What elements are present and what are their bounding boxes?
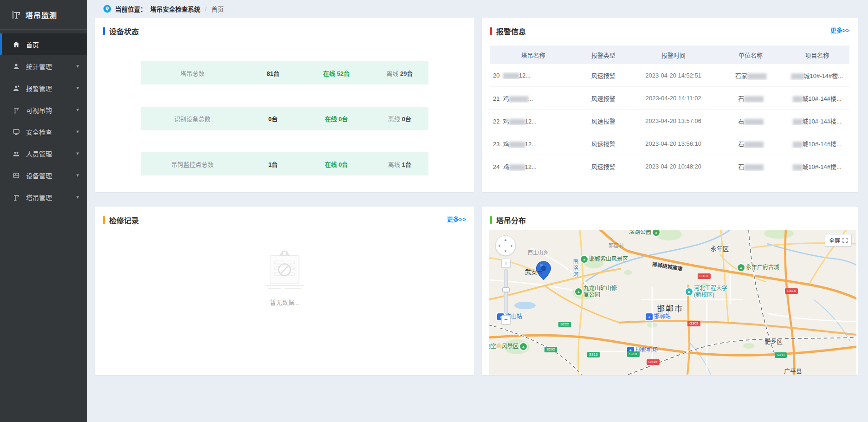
alarm-table: 塔吊名称 报警类型 报警时间 单位名称 项目名称 20 █████12... 风… [490,45,849,178]
alarm-table-row[interactable]: 23 鸡█████12... 风速报警 2023-04-20 13:56:10 … [490,132,849,155]
map-pan-control[interactable]: ▴ ▾ ◂ ▸ [495,235,516,256]
map-label-district: 广平县 [784,366,802,375]
zoom-slider-handle[interactable] [502,287,510,292]
stat-online: 在线 0台 [302,160,371,169]
sidebar-item-home[interactable]: 首页 [0,33,87,55]
breadcrumb-prefix: 当前位置： [115,4,147,13]
zoom-out-button[interactable]: − [501,315,511,325]
pan-up-icon[interactable]: ▴ [505,238,507,242]
stat-offline: 离线 0台 [371,114,428,123]
statistics-icon [13,63,20,70]
stat-online: 在线 0台 [302,114,371,123]
zoom-in-button[interactable]: + [501,259,511,268]
heritage-poi-icon: ▲ [738,264,745,271]
device-status-panel: 设备状态 塔吊总数 81台 在线 52台 离线 29台 识别设备总数 0台 在线… [95,18,474,192]
map-canvas[interactable]: 西土山乡 郭窑村 永年区 邯郸市 肥乡区 广平县 武安市 邯郸绕城高速 南洺河 … [489,230,856,375]
crane-logo-icon [12,10,21,19]
sidebar-item-label: 报警管理 [26,84,52,93]
maintenance-title: 检修记录 [109,214,139,226]
train-station-icon: ● [646,313,653,320]
crane-distribution-panel: 塔吊分布 [482,207,858,375]
stat-offline: 离线 29台 [371,69,428,78]
sidebar-item-safety-check[interactable]: 安全检查 ▾ [0,121,87,143]
pan-left-icon[interactable]: ◂ [498,244,500,248]
no-data-icon [261,249,308,291]
col-unit-name: 单位名称 [717,51,785,59]
chevron-down-icon: ▾ [76,129,79,135]
sidebar-item-visual-hook[interactable]: 可视吊钩 ▾ [0,99,87,121]
map-label-river: 南洺河 [571,259,579,278]
chevron-down-icon: ▾ [76,85,79,91]
home-icon [13,41,20,48]
alarm-more-link[interactable]: 更多>> [830,26,849,34]
fullscreen-button[interactable]: 全屏 [825,234,852,247]
col-crane-name: 塔吊名称 [490,51,577,59]
sidebar-item-label: 统计管理 [26,62,52,71]
alarm-table-row[interactable]: 21 鸡██████... 风速报警 2023-04-20 14:11:02 石… [490,87,849,110]
map-label-district: 永年区 [711,244,729,253]
device-status-rows: 塔吊总数 81台 在线 52台 离线 29台 识别设备总数 0台 在线 0台 离… [95,41,474,175]
empty-state: 暂无数据... [95,249,474,306]
university-poi-icon: ◆ [686,288,693,295]
pan-right-icon[interactable]: ▸ [511,244,513,248]
sidebar-item-label: 首页 [26,40,39,49]
map-label-city: 邯郸市 [657,302,683,314]
breadcrumb-separator: / [205,6,207,13]
people-group-icon [13,150,20,157]
fullscreen-icon [842,238,848,243]
scenic-poi-icon: ▲ [520,343,527,350]
alarm-info-title: 报警信息 [496,26,526,37]
sidebar-item-statistics[interactable]: 统计管理 ▾ [0,55,87,77]
sidebar-item-label: 安全检查 [26,127,52,136]
map-poi-park: ▲九龙山矿山修复公园 [575,286,618,299]
scenic-poi-icon: ▲ [581,256,588,263]
fullscreen-label: 全屏 [829,236,840,244]
sidebar-item-label: 设备管理 [26,171,52,180]
road-shield: G515 [647,359,660,365]
map-zoom-control: + − [501,259,511,325]
map-poi-park: 洺湖公园▲ [629,230,660,236]
stat-online: 在线 52台 [302,69,371,78]
stat-label: 吊钩监控点总数 [141,160,244,169]
zoom-slider-track[interactable] [504,269,508,314]
device-status-header: 设备状态 [95,18,474,41]
stat-row-hook-monitors: 吊钩监控点总数 1台 在线 0台 离线 1台 [141,152,428,175]
chevron-down-icon: ▾ [76,63,79,69]
sidebar-item-personnel[interactable]: 人员管理 ▾ [0,143,87,164]
dashboard-grid: 设备状态 塔吊总数 81台 在线 52台 离线 29台 识别设备总数 0台 在线… [95,18,858,375]
col-project-name: 项目名称 [785,51,849,59]
crane-hook-icon [13,106,20,114]
map-poi-scenic: 响堂山风景区▲ [489,343,527,350]
title-bar-blue [103,27,105,35]
sidebar-item-device-management[interactable]: 设备管理 ▾ [0,164,87,186]
sidebar-item-label: 塔吊管理 [26,193,52,202]
stat-total: 0台 [244,114,302,123]
stat-offline: 离线 1台 [371,160,428,169]
breadcrumb: 当前位置：塔吊安全检查系统 / 首页 [87,0,868,18]
road-shield: G107 [698,273,711,279]
location-pin-icon [103,5,111,13]
title-bar-green [490,216,492,224]
road-shield: S311 [775,352,787,358]
map-label-city: 武安市 [525,267,543,276]
alarm-table-row[interactable]: 22 鸡█████12... 风速报警 2023-04-20 13:57:06 … [490,110,849,132]
map-label-town: 西土山乡 [528,248,548,256]
road-shield: G309 [687,321,700,326]
pan-down-icon[interactable]: ▾ [505,249,507,253]
sidebar-item-label: 可视吊钩 [26,105,52,115]
crane-distribution-header: 塔吊分布 [482,207,858,230]
sidebar-item-crane-management[interactable]: 塔吊管理 ▾ [0,186,87,208]
chevron-down-icon: ▾ [76,194,79,200]
road-shield: S222 [558,322,571,327]
park-poi-icon: ▲ [653,230,660,236]
map-poi-station: ●邯郸站 [646,313,671,320]
alarm-table-row[interactable]: 24 鸡█████12... 风速报警 2023-04-20 10:48:20 … [490,155,849,178]
sidebar-item-alarm-management[interactable]: 报警管理 ▾ [0,77,87,99]
map-poi-scenic: ▲邯郸紫山风景区 [581,256,628,263]
stat-row-cranes: 塔吊总数 81台 在线 52台 离线 29台 [141,61,428,84]
road-shield: S313 [587,352,600,357]
sidebar: 塔吊监测 首页 统计管理 ▾ 报警管理 ▾ 可视吊钩 ▾ [0,0,87,422]
maintenance-more-link[interactable]: 更多>> [447,214,466,223]
map-label-town: 郭窑村 [609,241,624,249]
alarm-table-row[interactable]: 20 █████12... 风速报警 2023-04-20 14:52:51 石… [490,64,849,87]
